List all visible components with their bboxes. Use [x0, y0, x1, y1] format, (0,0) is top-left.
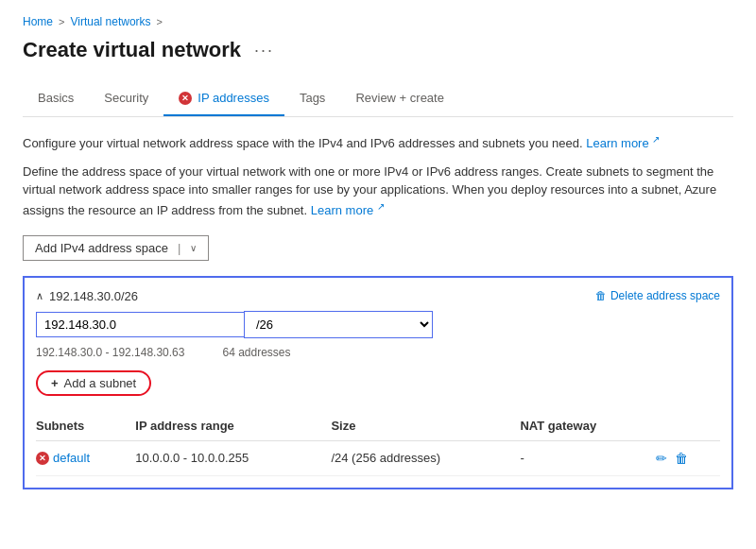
add-ipv4-label: Add IPv4 address space	[35, 241, 168, 255]
delete-address-space-link[interactable]: 🗑 Delete address space	[595, 289, 720, 302]
more-options-button[interactable]: ···	[250, 41, 278, 60]
tab-tags[interactable]: Tags	[284, 81, 340, 116]
breadcrumb-home[interactable]: Home	[23, 15, 53, 28]
tab-tags-label: Tags	[300, 91, 325, 105]
breadcrumb-virtual-networks[interactable]: Virtual networks	[70, 15, 150, 28]
learn-more-link2[interactable]: Learn more ↗	[311, 203, 385, 217]
col-subnets: Subnets	[36, 411, 135, 441]
tab-ip-addresses-label: IP addresses	[198, 91, 269, 105]
breadcrumb: Home > Virtual networks >	[23, 15, 733, 28]
subnet-actions-cell: ✏ 🗑	[656, 440, 720, 475]
ip-addresses-error-icon: ✕	[179, 92, 192, 105]
tab-security-label: Security	[104, 91, 148, 105]
description1: Configure your virtual network address s…	[23, 132, 733, 153]
ip-address-input[interactable]	[36, 312, 244, 337]
subnet-name: default	[53, 451, 90, 465]
plus-icon: +	[51, 376, 59, 390]
tab-ip-addresses[interactable]: ✕ IP addresses	[163, 81, 284, 116]
page-title: Create virtual network	[23, 38, 241, 62]
description2: Define the address space of your virtual…	[23, 163, 733, 220]
address-space-value: 192.148.30.0/26	[49, 289, 138, 303]
add-subnet-label: Add a subnet	[64, 376, 137, 390]
add-subnet-button[interactable]: + Add a subnet	[36, 370, 151, 396]
subnet-name-link[interactable]: ✕ default	[36, 451, 128, 465]
subnet-name-cell: ✕ default	[36, 440, 135, 475]
learn-more-link1[interactable]: Learn more ↗	[586, 136, 660, 150]
action-icons: ✏ 🗑	[656, 451, 713, 466]
edit-icon[interactable]: ✏	[656, 451, 667, 466]
ip-range-count: 64 addresses	[222, 346, 290, 359]
subnets-table: Subnets IP address range Size NAT gatewa…	[36, 411, 720, 476]
tab-review-create[interactable]: Review + create	[340, 81, 459, 116]
btn-divider: |	[178, 241, 180, 255]
ip-input-row: /26 /24 /25 /27 /28	[36, 311, 720, 338]
address-space-header: ∧ 192.148.30.0/26 🗑 Delete address space	[36, 289, 720, 303]
subnet-size: /24 (256 addresses)	[331, 451, 440, 465]
col-ip-range: IP address range	[135, 411, 331, 441]
ip-range-row: 192.148.30.0 - 192.148.30.63 64 addresse…	[36, 346, 720, 359]
tab-basics[interactable]: Basics	[23, 81, 89, 116]
tab-review-create-label: Review + create	[355, 91, 444, 105]
delete-address-space-label: Delete address space	[610, 289, 720, 302]
subnet-size-cell: /24 (256 addresses)	[331, 440, 520, 475]
page-title-row: Create virtual network ···	[23, 38, 733, 62]
table-header-row: Subnets IP address range Size NAT gatewa…	[36, 411, 720, 441]
tab-basics-label: Basics	[38, 91, 74, 105]
subnet-error-icon: ✕	[36, 452, 49, 465]
ip-range-text: 192.148.30.0 - 192.148.30.63	[36, 346, 184, 359]
tab-security[interactable]: Security	[89, 81, 163, 116]
add-ipv4-button[interactable]: Add IPv4 address space | ∨	[23, 235, 209, 261]
address-space-container: ∧ 192.148.30.0/26 🗑 Delete address space…	[23, 276, 733, 489]
chevron-down-icon: ∨	[190, 243, 197, 253]
col-nat-gateway: NAT gateway	[520, 411, 656, 441]
trash-icon: 🗑	[595, 289, 607, 302]
subnet-ip-range: 10.0.0.0 - 10.0.0.255	[135, 451, 249, 465]
subnet-nat: -	[520, 451, 524, 465]
tabs-container: Basics Security ✕ IP addresses Tags Revi…	[23, 81, 733, 117]
col-size: Size	[331, 411, 520, 441]
delete-icon[interactable]: 🗑	[675, 451, 688, 466]
collapse-icon[interactable]: ∧	[36, 290, 43, 302]
col-actions	[656, 411, 720, 441]
breadcrumb-sep1: >	[59, 16, 64, 27]
address-space-title: ∧ 192.148.30.0/26	[36, 289, 138, 303]
cidr-select[interactable]: /26 /24 /25 /27 /28	[244, 311, 433, 338]
table-row: ✕ default 10.0.0.0 - 10.0.0.255 /24 (256…	[36, 440, 720, 475]
subnet-nat-cell: -	[520, 440, 656, 475]
subnet-ip-range-cell: 10.0.0.0 - 10.0.0.255	[135, 440, 331, 475]
breadcrumb-sep2: >	[157, 16, 163, 27]
